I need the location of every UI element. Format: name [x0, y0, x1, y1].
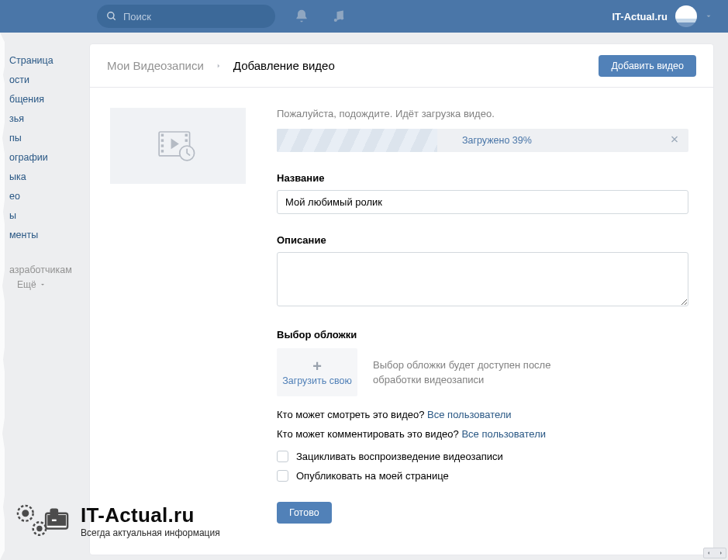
- svg-point-14: [18, 506, 33, 521]
- nav-item-groups[interactable]: пы: [9, 128, 74, 147]
- nav-item-developers[interactable]: азработчикам: [9, 260, 74, 279]
- cover-hint-text: Выбор обложки будет доступен после обраб…: [373, 358, 590, 388]
- nav-item-music[interactable]: ыка: [9, 167, 74, 186]
- nav-item-messages[interactable]: бщения: [9, 89, 74, 109]
- svg-rect-8: [160, 150, 163, 152]
- loop-checkbox-row: Зацикливать воспроизведение видеозаписи: [277, 451, 688, 462]
- privacy-watch-q: Кто может смотреть это видео?: [277, 409, 424, 420]
- privacy-comment: Кто может комментировать это видео? Все …: [277, 428, 688, 440]
- done-button[interactable]: Готово: [277, 502, 332, 524]
- chevron-right-icon: [215, 60, 223, 71]
- nav-item-video[interactable]: ео: [9, 186, 74, 206]
- upload-progress-label: Загружено 39%: [462, 135, 532, 146]
- username: IT-Actual.ru: [612, 11, 668, 22]
- description-label: Описание: [277, 234, 688, 246]
- svg-rect-10: [185, 139, 187, 141]
- title-label: Название: [277, 172, 688, 184]
- cancel-upload-button[interactable]: [667, 132, 682, 150]
- publish-checkbox[interactable]: [277, 470, 288, 482]
- publish-checkbox-label: Опубликовать на моей странице: [296, 470, 449, 482]
- description-textarea[interactable]: [277, 252, 688, 306]
- privacy-comment-link[interactable]: Все пользователи: [461, 428, 546, 440]
- svg-point-2: [334, 19, 337, 22]
- search-box[interactable]: [97, 5, 275, 28]
- privacy-comment-q: Кто может комментировать это видео?: [277, 428, 459, 440]
- bell-icon[interactable]: [294, 9, 309, 24]
- topbar-icons: [294, 9, 347, 24]
- svg-rect-20: [51, 510, 57, 522]
- cover-label: Выбор обложки: [277, 329, 688, 340]
- close-icon: [670, 135, 679, 144]
- user-menu[interactable]: IT-Actual.ru: [612, 5, 712, 27]
- nav-item-docs[interactable]: менты: [9, 225, 74, 244]
- panel-header: Мои Видеозаписи Добавление видео Добавит…: [90, 44, 713, 88]
- upload-cover-label: Загрузить свою: [282, 375, 352, 386]
- music-icon[interactable]: [331, 9, 347, 24]
- add-video-button[interactable]: Добавить видео: [599, 55, 696, 77]
- video-thumbnail-placeholder: [110, 108, 246, 184]
- svg-rect-21: [52, 510, 56, 518]
- nav-more-label: Ещё: [17, 279, 36, 290]
- scrollbar-horizontal[interactable]: [703, 548, 726, 558]
- breadcrumb-root[interactable]: Мои Видеозаписи: [107, 59, 204, 72]
- svg-rect-9: [185, 134, 187, 137]
- chevron-right-icon: [718, 550, 724, 556]
- svg-point-15: [23, 510, 29, 516]
- film-processing-icon: [155, 126, 202, 165]
- svg-rect-18: [46, 513, 67, 529]
- left-nav: Страница ости бщения зья пы ографии ыка …: [0, 43, 74, 290]
- svg-rect-19: [48, 516, 64, 525]
- svg-point-16: [33, 522, 46, 534]
- search-input[interactable]: [123, 11, 266, 22]
- privacy-watch-link[interactable]: Все пользователи: [427, 409, 512, 420]
- nav-item-photos[interactable]: ографии: [9, 147, 74, 167]
- svg-rect-7: [160, 144, 163, 147]
- svg-rect-6: [160, 139, 163, 141]
- loop-checkbox[interactable]: [277, 451, 288, 462]
- plus-icon: +: [312, 358, 322, 374]
- svg-point-3: [340, 16, 343, 19]
- chevron-left-icon: [706, 550, 712, 556]
- upload-cover-button[interactable]: + Загрузить свою: [277, 348, 357, 396]
- search-icon: [106, 11, 117, 22]
- upload-progress-fill: [277, 129, 437, 152]
- cover-row: + Загрузить свою Выбор обложки будет дос…: [277, 348, 688, 396]
- svg-line-1: [113, 18, 116, 20]
- nav-item-news[interactable]: ости: [9, 70, 74, 89]
- watermark-icon: [14, 499, 71, 543]
- panel-body: Пожалуйста, подождите. Идёт загрузка вид…: [90, 88, 713, 555]
- loop-checkbox-label: Зацикливать воспроизведение видеозаписи: [296, 451, 503, 462]
- nav-item-friends[interactable]: зья: [9, 109, 74, 128]
- title-input[interactable]: [277, 190, 688, 214]
- privacy-watch: Кто может смотреть это видео? Все пользо…: [277, 409, 688, 420]
- chevron-down-icon: [40, 282, 46, 288]
- nav-item-page[interactable]: Страница: [9, 50, 74, 70]
- chevron-down-icon: [705, 12, 712, 20]
- publish-checkbox-row: Опубликовать на моей странице: [277, 470, 688, 482]
- nav-item-games[interactable]: ы: [9, 206, 74, 225]
- svg-point-0: [108, 12, 114, 19]
- thumbnail-column: [110, 108, 246, 539]
- nav-more[interactable]: Ещё: [9, 279, 74, 290]
- topbar: IT-Actual.ru: [0, 0, 728, 33]
- upload-progress: Загружено 39%: [277, 129, 688, 152]
- form-column: Пожалуйста, подождите. Идёт загрузка вид…: [277, 108, 693, 539]
- avatar: [675, 5, 697, 27]
- main-panel: Мои Видеозаписи Добавление видео Добавит…: [89, 43, 714, 555]
- svg-rect-5: [160, 134, 163, 137]
- upload-wait-text: Пожалуйста, подождите. Идёт загрузка вид…: [277, 108, 688, 119]
- breadcrumb-current: Добавление видео: [233, 59, 335, 72]
- svg-point-17: [37, 527, 41, 531]
